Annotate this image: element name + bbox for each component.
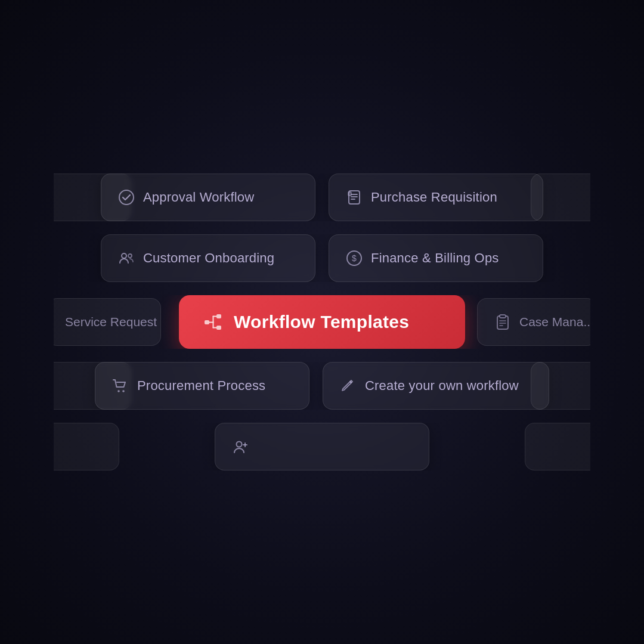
cart-icon — [112, 377, 129, 394]
checkmark-icon — [118, 189, 135, 206]
row-2: Customer Onboarding $ Finance & Billing … — [54, 234, 590, 282]
procurement-process-chip[interactable]: Procurement Process — [95, 362, 309, 410]
svg-point-6 — [122, 253, 126, 258]
finance-billing-label: Finance & Billing Ops — [371, 250, 499, 266]
document-icon — [346, 189, 363, 206]
partial-chip-right-row5 — [525, 423, 590, 470]
row-1-inner: Approval Workflow Purchase Requisition — [101, 174, 543, 221]
svg-point-24 — [122, 390, 125, 392]
svg-point-7 — [128, 254, 132, 258]
purchase-requisition-label: Purchase Requisition — [371, 190, 497, 205]
finance-billing-chip[interactable]: $ Finance & Billing Ops — [329, 234, 543, 282]
svg-rect-10 — [205, 320, 209, 324]
partial-chip-right-row1 — [531, 174, 590, 221]
users-icon — [118, 250, 135, 267]
service-request-chip[interactable]: Service Request — [54, 298, 161, 346]
workflow-templates-label: Workflow Templates — [234, 312, 409, 332]
service-request-label: Service Request — [65, 315, 157, 329]
clipboard-icon — [494, 314, 511, 330]
svg-rect-11 — [216, 314, 221, 318]
row-5-inner — [215, 423, 429, 470]
row-4-inner: Procurement Process Create your own work… — [95, 362, 549, 410]
row-1: Approval Workflow Purchase Requisition — [54, 174, 590, 221]
procurement-process-label: Procurement Process — [137, 378, 265, 394]
approval-workflow-chip[interactable]: Approval Workflow — [101, 174, 315, 221]
grid-container: Approval Workflow Purchase Requisition — [54, 174, 590, 470]
pencil-icon — [340, 377, 357, 394]
customer-onboarding-label: Customer Onboarding — [143, 250, 274, 266]
workflow-icon — [203, 312, 223, 332]
add-user-icon — [232, 438, 249, 455]
svg-point-0 — [119, 190, 134, 205]
svg-rect-5 — [348, 192, 351, 196]
create-workflow-chip[interactable]: Create your own workflow — [323, 362, 549, 410]
partial-chip-right-row4 — [531, 362, 590, 410]
approval-workflow-label: Approval Workflow — [143, 190, 254, 205]
svg-point-25 — [237, 442, 242, 447]
svg-text:$: $ — [352, 253, 357, 263]
row-4: Procurement Process Create your own work… — [54, 362, 590, 410]
row-2-inner: Customer Onboarding $ Finance & Billing … — [101, 234, 543, 282]
purchase-requisition-chip[interactable]: Purchase Requisition — [329, 174, 543, 221]
svg-point-23 — [117, 390, 120, 392]
case-management-label: Case Mana... — [519, 315, 590, 329]
case-management-chip[interactable]: Case Mana... — [477, 298, 590, 346]
row-3: Service Request — [54, 295, 590, 349]
employee-onboarding-chip[interactable] — [215, 423, 429, 470]
svg-rect-12 — [216, 326, 221, 330]
customer-onboarding-chip[interactable]: Customer Onboarding — [101, 234, 315, 282]
partial-chip-left-row5 — [54, 423, 119, 470]
dollar-circle-icon: $ — [346, 250, 363, 267]
svg-rect-19 — [500, 315, 506, 318]
row-5 — [54, 423, 590, 470]
scene: Approval Workflow Purchase Requisition — [0, 0, 644, 644]
workflow-templates-chip[interactable]: Workflow Templates — [179, 295, 465, 349]
row-3-inner: Workflow Templates — [179, 295, 465, 349]
create-workflow-label: Create your own workflow — [365, 378, 519, 394]
